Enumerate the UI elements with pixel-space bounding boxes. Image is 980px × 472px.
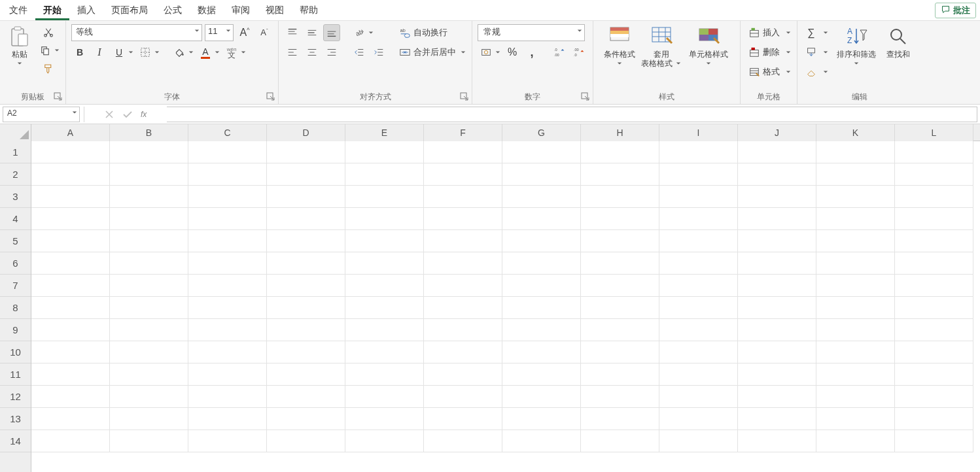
italic-button[interactable]: I [91,44,108,61]
tab-view[interactable]: 视图 [258,0,292,20]
group-alignment: ab ab 自动换行 [279,21,472,104]
clear-button[interactable] [803,63,820,80]
svg-rect-1 [14,27,21,30]
align-middle-icon [306,27,318,39]
confirm-icon[interactable] [122,109,133,120]
merge-center-button[interactable]: 合并后居中 [395,44,460,61]
merge-center-label: 合并后居中 [413,46,456,58]
tab-formulas[interactable]: 公式 [156,0,190,20]
font-color-button[interactable]: A [197,44,214,61]
decrease-indent-button[interactable] [351,44,368,61]
ribbon-tabs: 文件 开始 插入 页面布局 公式 数据 审阅 视图 帮助 [1,0,326,20]
sort-filter-button[interactable]: AZ 排序和筛选 [833,24,880,84]
format-painter-button[interactable] [37,60,60,77]
align-right-button[interactable] [323,44,340,61]
formula-input[interactable] [167,107,977,122]
tab-file[interactable]: 文件 [1,0,35,20]
chevron-down-icon [194,27,200,34]
phonetic-guide-button[interactable]: wén 文 [223,44,240,61]
tab-help[interactable]: 帮助 [292,0,326,20]
svg-rect-8 [141,48,150,57]
name-box-value: A2 [7,109,17,118]
chevron-down-icon[interactable] [368,29,374,36]
dialog-launcher-font[interactable] [266,92,275,101]
cell-styles-icon [697,25,720,48]
increase-decimal-button[interactable]: .0.00 [551,44,568,61]
cancel-icon[interactable] [103,109,115,120]
bold-button[interactable]: B [71,44,88,61]
dialog-launcher-alignment[interactable] [460,92,469,101]
svg-point-43 [484,50,487,54]
chevron-down-icon[interactable] [54,47,60,54]
tab-home[interactable]: 开始 [35,0,69,20]
increase-indent-button[interactable] [370,44,387,61]
chevron-down-icon[interactable] [188,49,194,56]
tab-review[interactable]: 审阅 [224,0,258,20]
conditional-format-button[interactable]: 条件格式 [599,24,640,84]
svg-text:ab: ab [355,28,364,37]
align-center-button[interactable] [304,44,321,61]
accounting-format-button[interactable] [478,44,495,61]
find-select-button[interactable]: 查找和 [880,24,917,84]
svg-rect-66 [750,50,759,56]
increase-decimal-icon: .0.00 [553,46,565,58]
align-left-button[interactable] [284,44,301,61]
underline-button[interactable]: U [111,44,128,61]
sort-filter-icon: AZ [845,25,868,48]
decrease-decimal-button[interactable]: .00.0 [570,44,587,61]
group-label-clipboard: 剪贴板 [5,90,60,104]
chevron-down-icon[interactable] [785,69,792,75]
chevron-down-icon[interactable] [495,49,501,56]
font-name-select[interactable]: 等线 [71,24,202,41]
borders-button[interactable] [137,44,154,61]
increase-font-button[interactable]: A^ [236,24,253,41]
chevron-down-icon[interactable] [240,49,247,56]
decrease-font-button[interactable]: Aˇ [256,24,273,41]
align-middle-button[interactable] [304,24,321,41]
format-cells-button[interactable]: 格式 [746,63,782,80]
dialog-launcher-number[interactable] [581,92,590,101]
percent-button[interactable]: % [504,44,521,61]
copy-button[interactable] [37,42,54,59]
align-top-button[interactable] [284,24,301,41]
chevron-down-icon[interactable] [785,49,792,56]
comments-button[interactable]: 批注 [935,3,976,18]
fx-icon[interactable]: fx [140,109,152,120]
chevron-down-icon[interactable] [460,49,466,56]
cell-styles-button[interactable]: 单元格样式 [682,24,735,84]
tab-page-layout[interactable]: 页面布局 [103,0,156,20]
delete-cells-icon [748,46,760,58]
chevron-down-icon[interactable] [822,29,829,36]
svg-rect-60 [709,29,718,35]
dialog-launcher-clipboard[interactable] [54,92,63,101]
insert-cells-button[interactable]: 插入 [746,24,782,41]
paste-button[interactable]: 粘贴 [5,24,34,84]
name-box[interactable]: A2 [3,107,80,122]
table-format-icon [650,25,673,48]
align-right-icon [326,46,338,58]
tab-insert[interactable]: 插入 [69,0,103,20]
svg-rect-72 [808,48,815,53]
chevron-down-icon[interactable] [785,29,792,36]
align-bottom-button[interactable] [323,24,340,41]
autosum-button[interactable]: ∑ [803,24,820,41]
number-format-select[interactable]: 常规 [478,24,585,41]
tab-data[interactable]: 数据 [190,0,224,20]
decrease-indent-icon [353,46,365,58]
delete-cells-button[interactable]: 删除 [746,44,782,61]
chevron-down-icon[interactable] [128,49,134,56]
wrap-text-button[interactable]: ab 自动换行 [395,24,451,41]
cut-button[interactable] [37,24,60,41]
brush-icon [43,63,54,75]
comma-button[interactable]: , [523,44,540,61]
orientation-button[interactable]: ab [351,24,368,41]
chevron-down-icon[interactable] [154,49,160,56]
chevron-down-icon[interactable] [822,69,829,75]
chevron-down-icon[interactable] [822,49,829,56]
fill-color-button[interactable] [171,44,188,61]
svg-rect-42 [482,50,491,56]
format-as-table-button[interactable]: 套用表格格式 [640,24,682,84]
font-size-select[interactable]: 11 [205,24,234,41]
chevron-down-icon[interactable] [214,49,220,56]
fill-button[interactable] [803,44,820,61]
